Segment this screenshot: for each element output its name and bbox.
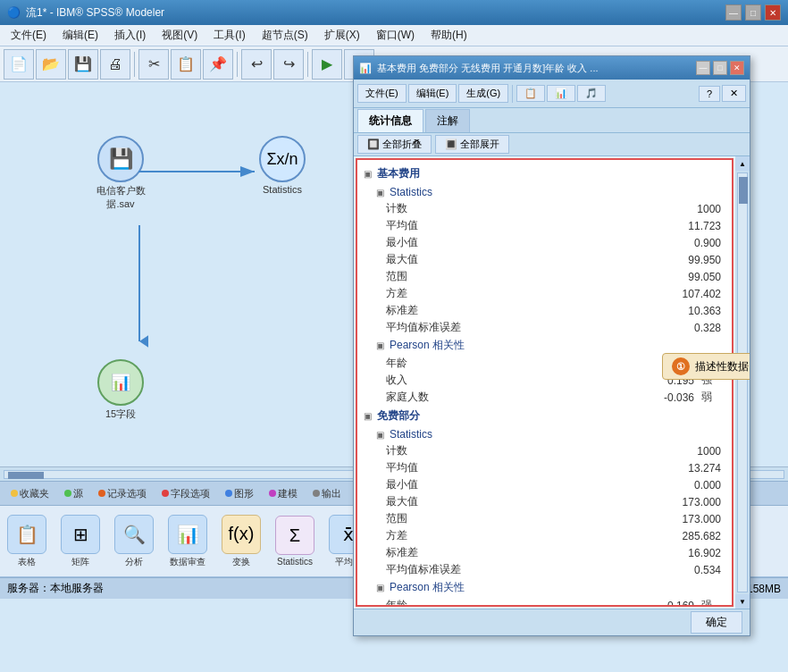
popup-icon2[interactable]: 📊 — [547, 85, 575, 102]
palette-icon-datareview[interactable]: 📊 数据审查 — [168, 515, 207, 568]
popup-icon1[interactable]: 📋 — [516, 85, 545, 102]
max-value-2: 173.000 — [666, 496, 728, 508]
app-icon: 🔵 — [7, 6, 21, 19]
paste-btn[interactable]: 📌 — [203, 49, 233, 80]
undo-btn[interactable]: ↩ — [241, 49, 272, 80]
popup-generate-btn[interactable]: 生成(G) — [458, 84, 508, 103]
scrollbar-track[interactable] — [737, 172, 748, 592]
pearson-header-row-2[interactable]: ▣ Pearson 相关性 — [357, 578, 732, 597]
menu-insert[interactable]: 插入(I) — [107, 26, 153, 45]
run-btn[interactable]: ▶ — [312, 49, 342, 80]
family-row-1: 家庭人数 -0.036 弱 — [357, 389, 732, 406]
title-bar-left: 🔵 流1* - IBM® SPSS® Modeler — [7, 5, 164, 21]
menu-tools[interactable]: 工具(I) — [206, 26, 252, 45]
menu-view[interactable]: 视图(V) — [155, 26, 205, 45]
pearson-expand-2[interactable]: ▣ — [373, 582, 386, 594]
expand-all-btn[interactable]: 🔳 全部展开 — [435, 135, 509, 154]
variance-value-1: 107.402 — [666, 288, 728, 300]
palette-tab-graphs[interactable]: 图形 — [218, 485, 261, 502]
scrollbar-thumb[interactable] — [739, 177, 748, 204]
vertical-scrollbar[interactable]: ▲ ▼ — [735, 156, 750, 609]
popup-close-btn2[interactable]: ✕ — [722, 85, 746, 102]
popup-close[interactable]: ✕ — [730, 61, 744, 75]
source-dot — [64, 490, 71, 497]
mean-value-2: 13.274 — [666, 462, 728, 475]
min-value-2: 0.000 — [666, 479, 728, 491]
copy-btn[interactable]: 📋 — [171, 49, 201, 80]
data-node-label: 电信客户数据.sav — [85, 184, 156, 211]
basic-cost-expand[interactable]: ▣ — [361, 168, 373, 181]
menu-help[interactable]: 帮助(H) — [423, 26, 474, 45]
expand-icon: 🔳 — [445, 139, 457, 150]
palette-icon-statistics[interactable]: Σ Statistics — [275, 516, 314, 567]
collapse-all-btn[interactable]: 🔲 全部折叠 — [357, 135, 432, 154]
fields-node[interactable]: 📊 15字段 — [97, 359, 144, 421]
palette-tab-modeling[interactable]: 建模 — [262, 485, 305, 502]
statistics-expand-1[interactable]: ▣ — [373, 186, 386, 198]
menu-file[interactable]: 文件(E) — [4, 26, 54, 45]
palette-tab-output[interactable]: 输出 — [306, 485, 348, 502]
menu-supernode[interactable]: 超节点(S) — [255, 26, 315, 45]
close-button[interactable]: ✕ — [765, 4, 781, 21]
popup-edit-btn[interactable]: 编辑(E) — [408, 84, 457, 103]
data-scrollable[interactable]: ▣ 基本费用 ▣ Statistics 计数 1000 — [356, 158, 734, 607]
transform-icon: f(x) — [229, 524, 255, 544]
minimize-button[interactable]: — — [725, 4, 742, 21]
cut-btn[interactable]: ✂ — [138, 49, 169, 80]
pearson-expand-1[interactable]: ▣ — [373, 340, 386, 352]
new-btn[interactable]: 📄 — [4, 49, 34, 80]
stddev-label-2: 标准差 — [386, 545, 666, 560]
free-part-expand[interactable]: ▣ — [361, 410, 373, 423]
h-scrollbar-thumb[interactable] — [8, 472, 44, 479]
popup-toolbar: 文件(E) 编辑(E) 生成(G) 📋 📊 🎵 ? ✕ — [354, 80, 750, 108]
save-btn[interactable]: 💾 — [68, 49, 98, 80]
statistics-header-row-2[interactable]: ▣ Statistics — [357, 426, 732, 442]
scroll-up-btn[interactable]: ▲ — [735, 156, 750, 171]
server-status: 服务器：本地服务器 — [7, 581, 104, 596]
title-bar: 🔵 流1* - IBM® SPSS® Modeler — □ ✕ — [0, 0, 788, 25]
popup-icon3[interactable]: 🎵 — [577, 85, 606, 102]
variance-label-1: 方差 — [386, 286, 666, 301]
palette-tab-fields[interactable]: 字段选项 — [155, 485, 217, 502]
popup-file-btn[interactable]: 文件(E) — [357, 84, 407, 103]
popup-tabs: 统计信息 注解 — [354, 108, 750, 133]
collapse-icon: 🔲 — [367, 139, 380, 150]
pearson-header-row-1[interactable]: ▣ Pearson 相关性 — [357, 336, 732, 355]
palette-tab-favorites[interactable]: 收藏夹 — [4, 485, 56, 502]
print-btn[interactable]: 🖨 — [100, 49, 130, 80]
palette-icon-analysis[interactable]: 🔍 分析 — [114, 515, 154, 568]
analysis-icon: 🔍 — [123, 524, 146, 545]
family-label-1: 家庭人数 — [386, 390, 639, 405]
maximize-button[interactable]: □ — [745, 4, 761, 21]
palette-tab-source[interactable]: 源 — [57, 485, 90, 502]
ok-button[interactable]: 确定 — [691, 611, 742, 634]
sub-toolbar: 🔲 全部折叠 🔳 全部展开 — [354, 133, 750, 156]
palette-icon-transform[interactable]: f(x) 变换 — [222, 515, 261, 568]
count-label-2: 计数 — [386, 443, 666, 458]
statistics-header-row-1[interactable]: ▣ Statistics — [357, 184, 732, 200]
scroll-down-btn[interactable]: ▼ — [735, 594, 750, 609]
count-label-1: 计数 — [386, 201, 666, 216]
menu-edit[interactable]: 编辑(E) — [55, 26, 105, 45]
sep3 — [307, 52, 308, 77]
tab-notes[interactable]: 注解 — [425, 109, 470, 132]
open-btn[interactable]: 📂 — [36, 49, 66, 80]
statistics-label-1: Statistics — [386, 185, 728, 199]
min-row-2: 最小值 0.000 — [357, 476, 732, 493]
palette-tab-records[interactable]: 记录选项 — [91, 485, 154, 502]
popup-help-btn[interactable]: ? — [699, 86, 720, 102]
tab-statistics[interactable]: 统计信息 — [357, 109, 423, 132]
menu-extensions[interactable]: 扩展(X) — [317, 26, 367, 45]
palette-icon-table[interactable]: 📋 表格 — [7, 515, 46, 568]
statistics-node[interactable]: Σx/n Statistics — [259, 136, 306, 195]
popup-maximize[interactable]: □ — [713, 61, 727, 75]
redo-btn[interactable]: ↪ — [273, 49, 304, 80]
statistics-expand-2[interactable]: ▣ — [373, 428, 386, 441]
popup-minimize[interactable]: — — [696, 61, 710, 75]
stddev-value-1: 10.363 — [666, 305, 728, 317]
menu-window[interactable]: 窗口(W) — [369, 26, 422, 45]
meanstderr-row-2: 平均值标准误差 0.534 — [357, 561, 732, 578]
basic-cost-header-row[interactable]: ▣ 基本费用 — [357, 164, 732, 184]
free-part-header-row[interactable]: ▣ 免费部分 — [357, 406, 732, 426]
palette-icon-matrix[interactable]: ⊞ 矩阵 — [61, 515, 100, 568]
